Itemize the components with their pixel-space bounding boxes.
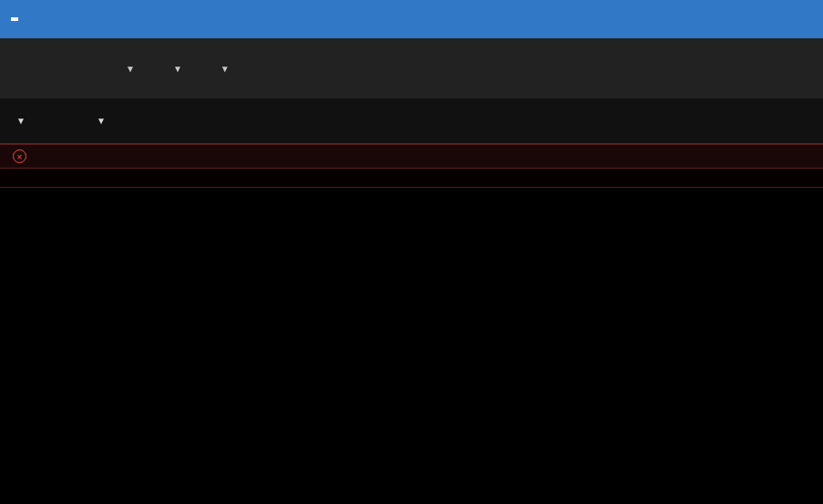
error-icon: ✕ — [13, 149, 26, 163]
sub-nav-items: ▼ ▼ ▼ — [120, 64, 230, 74]
top-nav — [0, 0, 823, 38]
error-bar[interactable]: ✕ — [0, 144, 823, 169]
chevron-down-icon: ▼ — [221, 64, 230, 74]
chevron-down-icon: ▼ — [173, 64, 182, 74]
examples-dropdown[interactable]: ▼ — [168, 64, 182, 74]
version-dropdown[interactable]: ▼ — [11, 116, 26, 126]
logo-badge — [11, 17, 18, 21]
export-dropdown[interactable]: ▼ — [91, 116, 106, 126]
chevron-down-icon: ▼ — [16, 116, 26, 126]
chevron-down-icon: ▼ — [126, 64, 135, 74]
ts-config-dropdown[interactable]: ▼ — [120, 64, 135, 74]
chevron-down-icon: ▼ — [97, 116, 106, 126]
help-dropdown[interactable]: ▼ — [215, 64, 230, 74]
sub-nav: ▼ ▼ ▼ — [0, 38, 823, 98]
error-message — [0, 169, 823, 188]
toolbar: ▼ ▼ — [0, 98, 823, 144]
code-editor[interactable]: ✕ — [0, 144, 823, 188]
